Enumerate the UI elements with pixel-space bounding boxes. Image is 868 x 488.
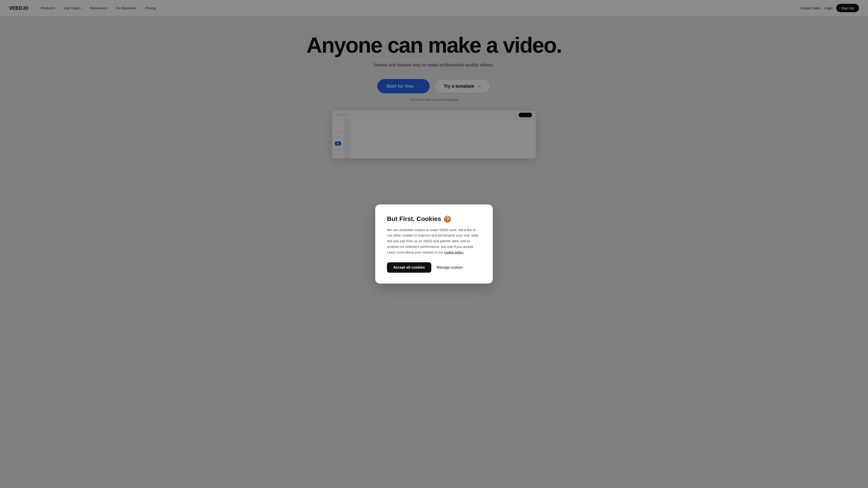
cookie-policy-link[interactable]: cookie policy xyxy=(444,250,464,254)
cookie-emoji: 🍪 xyxy=(443,215,452,223)
cookie-modal-body: We use essential cookies to make VEED wo… xyxy=(387,227,481,255)
modal-overlay[interactable]: But First, Cookies 🍪 We use essential co… xyxy=(0,0,868,488)
manage-cookies-button[interactable]: Manage cookies xyxy=(437,265,463,269)
cookie-modal: But First, Cookies 🍪 We use essential co… xyxy=(375,204,493,284)
cookie-modal-buttons: Accept all cookies Manage cookies xyxy=(387,262,481,273)
cookie-modal-title: But First, Cookies 🍪 xyxy=(387,215,481,223)
accept-all-cookies-button[interactable]: Accept all cookies xyxy=(387,262,431,273)
